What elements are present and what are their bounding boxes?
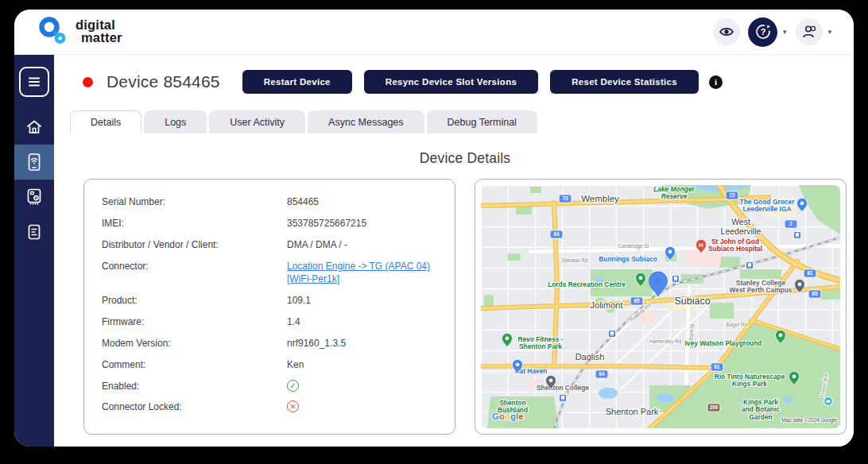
detail-value: 353785725667215 — [287, 217, 440, 230]
detail-label: Modem Version: — [102, 337, 287, 349]
detail-value: 1.4 — [287, 315, 440, 328]
street-label: Bagot Rd — [727, 322, 748, 328]
detail-label: Product: — [102, 294, 287, 306]
device-action-button-0[interactable]: Restart Device — [242, 70, 352, 94]
page-title: Device 854465 — [107, 72, 220, 91]
detail-value: 109.1 — [287, 294, 440, 307]
detail-label: Enabled: — [102, 380, 287, 392]
svg-text:H: H — [699, 242, 703, 249]
detail-row: Comment:Ken — [102, 354, 440, 376]
detail-label: Connector Locked: — [102, 400, 287, 412]
route-shield: 65 — [630, 297, 643, 305]
digital-matter-logo[interactable]: digital matter — [38, 17, 122, 47]
tab-user-activity[interactable]: User Activity — [209, 110, 305, 133]
detail-label: Firmware: — [102, 315, 287, 327]
detail-value: Location Engine -> TG (APAC 04) [WiFi-Pe… — [287, 260, 440, 285]
street-label: Salvado Rd — [562, 257, 588, 263]
train-station-icon — [672, 276, 680, 283]
sidebar-nav — [14, 55, 54, 447]
svg-text:61: 61 — [714, 364, 720, 369]
help-caret-icon[interactable]: ▼ — [781, 29, 788, 36]
detail-label: Serial Number: — [102, 195, 287, 207]
menu-icon[interactable] — [19, 67, 49, 97]
detail-label: Comment: — [102, 358, 287, 370]
suburb-label: Shenton Park — [606, 407, 659, 416]
route-shield: 2 — [785, 220, 797, 228]
detail-value: ✓ — [287, 380, 440, 392]
device-action-button-1[interactable]: Resync Device Slot Versions — [364, 70, 538, 94]
svg-text:72: 72 — [729, 192, 735, 198]
route-shield: 64 — [595, 370, 608, 378]
detail-row: Firmware:1.4 — [102, 311, 440, 333]
user-caret-icon[interactable]: ▼ — [827, 29, 833, 36]
action-buttons: Restart DeviceResync Device Slot Version… — [242, 70, 699, 94]
main-content: Device 854465 Restart DeviceResync Devic… — [54, 55, 854, 447]
reports-icon — [26, 223, 42, 241]
train-station-icon — [746, 262, 754, 269]
svg-text:64: 64 — [553, 231, 560, 237]
train-station-icon — [794, 232, 801, 239]
google-logo[interactable]: Google — [492, 412, 524, 421]
poi-label: Shenton College — [537, 384, 589, 392]
detail-label: Distributor / Vendor / Client: — [102, 238, 287, 250]
tab-details[interactable]: Details — [70, 110, 141, 133]
route-shield: 200 — [707, 404, 720, 412]
detail-value: Ken — [287, 358, 440, 371]
help-icon[interactable]: ? — [748, 17, 777, 47]
detail-row: Connector:Location Engine -> TG (APAC 04… — [102, 256, 440, 290]
street-label: Cambridge St — [618, 243, 649, 249]
route-shield: 61 — [804, 269, 816, 277]
logo-text: digital matter — [76, 19, 122, 44]
svg-text:73: 73 — [562, 195, 568, 201]
poi-label: Ivey Watson Playground — [685, 339, 762, 347]
locked-cross-icon: ✕ — [287, 400, 299, 412]
top-header: digital matter ? ▼ — [14, 10, 854, 55]
connector-link[interactable]: Location Engine -> TG (APAC 04) [WiFi-Pe… — [287, 261, 430, 284]
detail-row: IMEI:353785725667215 — [102, 213, 440, 234]
detail-row: Modem Version:nrf9160_1.3.5 — [102, 333, 440, 354]
tab-bar: DetailsLogsUser ActivityAsync MessagesDe… — [70, 110, 854, 133]
detail-row: Product:109.1 — [102, 290, 440, 311]
suburb-label: Daglish — [575, 352, 605, 362]
map-attribution: Map data ©2024 Google — [781, 417, 837, 423]
suburb-label: Subiaco — [674, 296, 710, 307]
eye-icon[interactable] — [713, 18, 740, 45]
poi-label: St John of GodSubiaco Hospital — [708, 238, 762, 253]
device-location-map[interactable]: Cambridge StSalvado RdBagot RdHamersley … — [481, 185, 840, 428]
detail-row: Connector Locked:✕ — [102, 396, 440, 417]
route-shield: 65 — [808, 290, 821, 298]
camera-pin-icon — [824, 397, 833, 406]
logo-mark-icon — [38, 17, 68, 47]
svg-text:65: 65 — [812, 291, 818, 296]
device-action-button-2[interactable]: Reset Device Statistics — [550, 70, 699, 94]
user-icon[interactable] — [796, 18, 823, 45]
app-window: digital matter ? ▼ — [14, 10, 854, 447]
route-shield: 72 — [726, 191, 738, 199]
section-title: Device Details — [83, 150, 847, 167]
detail-value: ✕ — [287, 400, 440, 412]
sidebar-item-home[interactable] — [14, 110, 54, 145]
svg-text:61: 61 — [807, 270, 813, 276]
status-dot — [83, 77, 93, 87]
suburb-label: Wembley — [581, 194, 619, 203]
tab-debug-terminal[interactable]: Debug Terminal — [427, 110, 537, 133]
sidebar-item-reports[interactable] — [14, 215, 54, 249]
tab-logs[interactable]: Logs — [144, 110, 207, 133]
train-station-icon — [609, 331, 616, 338]
home-icon — [25, 118, 43, 136]
train-station-icon — [560, 395, 567, 402]
route-shield: 64 — [550, 230, 563, 238]
route-shield: 73 — [559, 195, 572, 203]
tab-async-messages[interactable]: Async Messages — [308, 110, 424, 133]
svg-text:64: 64 — [599, 371, 605, 377]
poi-label: Lords Recreation Centre — [548, 280, 626, 288]
detail-row: Distributor / Vendor / Client:DMA / DMA … — [102, 234, 440, 256]
suburb-label: Jolimont — [591, 300, 623, 310]
svg-text:?: ? — [760, 27, 765, 37]
poi-label: Stanley CollegeWest Perth Campus — [730, 279, 792, 294]
sidebar-item-devices[interactable] — [14, 145, 54, 180]
info-icon[interactable]: i — [709, 75, 723, 89]
device-details-card: Serial Number:854465IMEI:353785725667215… — [83, 179, 455, 435]
sidebar-item-hardware[interactable] — [14, 180, 54, 215]
enabled-check-icon: ✓ — [287, 380, 299, 392]
